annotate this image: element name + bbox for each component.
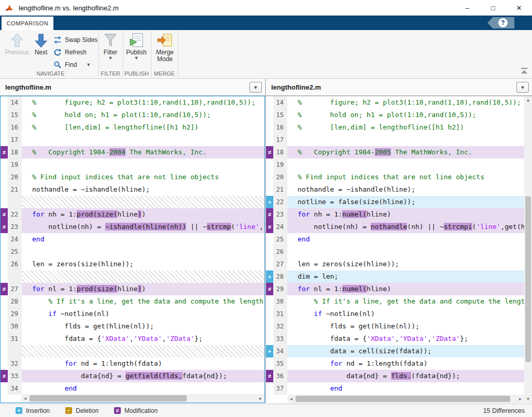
code-line[interactable]: ≠23for nh = 1:numel(hline)	[266, 208, 524, 221]
code-line[interactable]	[1, 270, 264, 283]
left-horizontal-scrollbar[interactable]: ◄ ►	[21, 394, 264, 402]
marker-empty	[266, 333, 273, 345]
code-line[interactable]: 33 fdata = {'XData','YData','ZData'};	[266, 333, 524, 345]
code-line[interactable]: 26	[266, 246, 524, 258]
find-button[interactable]: Find ▼	[53, 59, 91, 70]
scroll-down-arrow[interactable]: ▼	[524, 395, 532, 403]
code-text: len = zeros(size(hline));	[287, 258, 524, 270]
code-line[interactable]: ≠24 notline(nh) = nothandle(nh) || ~strc…	[266, 221, 524, 233]
right-horizontal-scrollbar[interactable]: ◄ ►	[287, 395, 524, 403]
maximize-button[interactable]: □	[480, 0, 506, 16]
left-hscroll-thumb[interactable]	[30, 395, 187, 401]
scroll-right-arrow[interactable]: ►	[516, 395, 524, 403]
code-line[interactable]: 17	[1, 134, 264, 146]
code-line[interactable]	[1, 196, 264, 208]
find-dropdown-caret[interactable]: ▼	[86, 63, 91, 67]
minimize-button[interactable]: –	[454, 0, 480, 16]
help-icon: ?	[498, 18, 508, 27]
code-text: notline = false(size(hline));	[287, 196, 524, 208]
modification-marker-icon: ≠	[1, 283, 8, 295]
scroll-up-arrow[interactable]: ▲	[524, 96, 532, 104]
publish-dropdown-caret[interactable]: ▼	[134, 56, 139, 60]
right-vertical-scrollbar[interactable]: ▲ ▼	[524, 96, 532, 403]
scroll-left-arrow[interactable]: ◄	[21, 394, 29, 402]
line-number: 18	[8, 146, 22, 159]
code-line[interactable]: 32 flds = get(hline(nl));	[266, 320, 524, 333]
scroll-right-arrow[interactable]: ►	[257, 394, 264, 402]
code-line[interactable]: 32 for nd = 1:length(fdata)	[1, 357, 264, 370]
right-hscroll-thumb[interactable]	[296, 396, 510, 402]
marker-empty	[266, 121, 273, 134]
filter-dropdown-caret[interactable]: ▼	[108, 56, 113, 60]
code-line[interactable]: 28 % If it's a line, get the data and co…	[1, 295, 264, 308]
refresh-button[interactable]: Refresh	[53, 47, 87, 58]
code-line[interactable]: 30 % If it's a line, get the data and co…	[266, 295, 524, 308]
code-line[interactable]: ≠33 data{nd} = getfield(flds,fdata{nd});	[1, 370, 264, 382]
code-line[interactable]: 15% hold on; h1 = plot(1:10,rand(10,5));	[1, 109, 264, 121]
left-file-dropdown-button[interactable]: ▼	[249, 82, 262, 93]
code-line[interactable]: +34 data = cell(size(fdata));	[266, 345, 524, 357]
code-line[interactable]: 25end	[266, 233, 524, 246]
code-line[interactable]: 16% [len,dim] = lengthofline([h1 h2])	[266, 121, 524, 134]
code-line[interactable]: 25	[1, 246, 264, 258]
line-number: 29	[273, 283, 287, 295]
code-line[interactable]: 26len = zeros(size(hline));	[1, 258, 264, 270]
left-file-title: lengthofline.m	[5, 83, 51, 91]
code-line[interactable]: ≠36 data{nd} = flds.(fdata{nd});	[266, 370, 524, 382]
code-line[interactable]: +22notline = false(size(hline));	[266, 196, 524, 208]
close-button[interactable]: ✕	[506, 0, 532, 16]
code-line[interactable]: 37 end	[266, 382, 524, 395]
next-button[interactable]: Next	[32, 33, 50, 56]
code-line[interactable]: 31 if ~notline(nl)	[266, 308, 524, 320]
right-file-dropdown-button[interactable]: ▼	[516, 82, 529, 93]
code-line[interactable]: 24end	[1, 233, 264, 246]
code-line[interactable]: 21nothandle = ~ishandle(hline);	[1, 183, 264, 196]
code-line[interactable]: 20% Find input indices that are not line…	[266, 171, 524, 183]
code-line[interactable]: 14% figure; h2 = plot3(1:10,rand(1,10),r…	[1, 96, 264, 109]
code-line[interactable]: 35 for nd = 1:length(fdata)	[266, 357, 524, 370]
code-line[interactable]: 30 flds = get(hline(nl));	[1, 320, 264, 333]
code-line[interactable]: 15% hold on; h1 = plot(1:10,rand(10,5));	[266, 109, 524, 121]
code-line[interactable]: 29 if ~notline(nl)	[1, 308, 264, 320]
code-line[interactable]: 14% figure; h2 = plot3(1:10,rand(1,10),r…	[266, 96, 524, 109]
code-text: % [len,dim] = lengthofline([h1 h2])	[287, 121, 524, 134]
marker-empty	[266, 246, 273, 258]
help-button[interactable]: ?	[487, 17, 514, 28]
code-line[interactable]	[1, 345, 264, 357]
collapse-toolbar-button[interactable]	[520, 67, 529, 75]
insertion-marker-icon: +	[266, 196, 273, 208]
code-line[interactable]: ≠27for nl = 1:prod(size(hline))	[1, 283, 264, 295]
line-number: 34	[8, 382, 22, 395]
publish-button[interactable]: Publish ▼	[124, 33, 148, 60]
vscroll-thumb[interactable]	[525, 196, 531, 362]
previous-button[interactable]: Previous	[4, 33, 30, 56]
code-line[interactable]: +28dim = len;	[266, 270, 524, 283]
modification-marker-icon: ≠	[1, 208, 8, 221]
line-number: 27	[8, 283, 22, 295]
line-number: 25	[8, 246, 22, 258]
code-line[interactable]: ≠22for nh = 1:prod(size(hline))	[1, 208, 264, 221]
line-number: 15	[273, 109, 287, 121]
code-text: notline(nh) = ~ishandle(hline(nh)) || ~s…	[22, 221, 264, 233]
code-line[interactable]: ≠29for nl = 1:numel(hline)	[266, 283, 524, 295]
code-line[interactable]: 17	[266, 134, 524, 146]
code-line[interactable]: ≠23 notline(nh) = ~ishandle(hline(nh)) |…	[1, 221, 264, 233]
scroll-left-arrow[interactable]: ◄	[287, 395, 295, 403]
code-line[interactable]: 27len = zeros(size(hline));	[266, 258, 524, 270]
tab-comparison[interactable]: COMPARISON	[2, 17, 53, 30]
code-line[interactable]: ≠18% Copyright 1984-2004 The MathWorks, …	[1, 146, 264, 159]
code-line[interactable]: 20% Find input indices that are not line…	[1, 171, 264, 183]
code-line[interactable]: 21nothandle = ~ishandle(hline);	[266, 183, 524, 196]
code-line[interactable]: 19	[1, 159, 264, 171]
code-line[interactable]: 31 fdata = {'XData','YData','ZData'};	[1, 333, 264, 345]
swap-sides-button[interactable]: Swap Sides	[53, 34, 97, 46]
diff-legend: +Insertion−Deletion≠Modification	[0, 407, 158, 414]
filter-button[interactable]: Filter ▼	[102, 33, 119, 60]
code-line[interactable]: 19	[266, 159, 524, 171]
legend-item-modification: ≠Modification	[114, 407, 158, 414]
code-line[interactable]: ≠18% Copyright 1984-2005 The MathWorks, …	[266, 146, 524, 159]
code-line[interactable]: 16% [len,dim] = lengthofline([h1 h2])	[1, 121, 264, 134]
merge-mode-button[interactable]: Merge Mode	[153, 33, 177, 63]
matlab-logo-icon	[5, 4, 14, 12]
code-line[interactable]: 34 end	[1, 382, 264, 395]
